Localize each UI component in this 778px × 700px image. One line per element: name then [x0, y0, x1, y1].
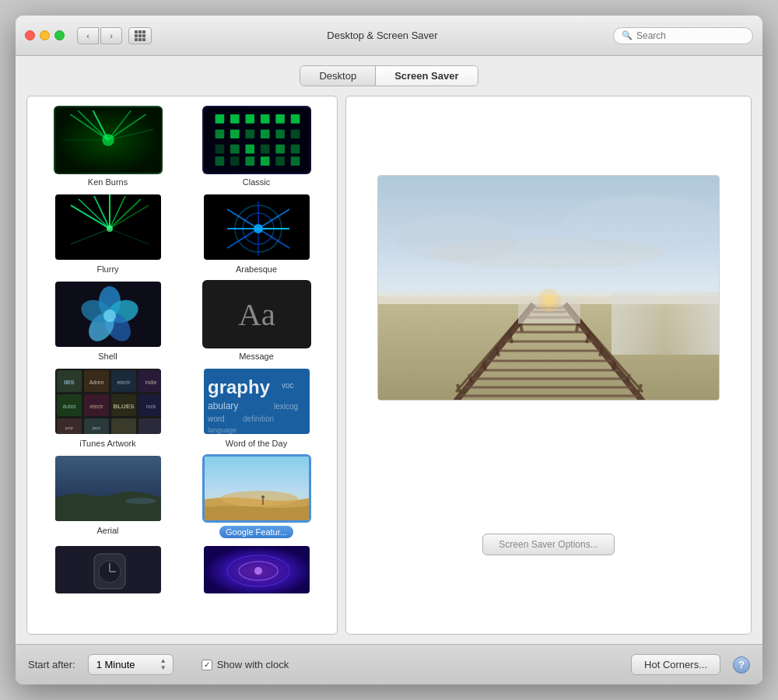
help-button[interactable]: ? [733, 656, 750, 674]
saver-label: Word of the Day [226, 439, 287, 448]
list-item[interactable]: Arabesque [185, 193, 328, 274]
svg-text:abulary: abulary [208, 401, 238, 411]
svg-line-149 [576, 324, 578, 331]
svg-text:IBS: IBS [64, 379, 75, 386]
list-item[interactable]: Aa Message [185, 280, 328, 361]
svg-rect-30 [245, 156, 254, 166]
saver-thumbnail [54, 454, 163, 523]
svg-text:BLUES: BLUES [113, 403, 135, 410]
svg-text:voc: voc [282, 381, 294, 390]
start-after-label: Start after: [28, 659, 75, 670]
svg-rect-33 [290, 156, 300, 166]
list-item[interactable] [37, 544, 179, 595]
svg-rect-88 [138, 418, 163, 436]
svg-point-117 [433, 238, 666, 269]
svg-rect-19 [260, 129, 269, 138]
svg-text:definition: definition [243, 415, 274, 423]
svg-rect-23 [230, 145, 240, 154]
list-item[interactable] [185, 544, 328, 595]
saver-thumbnail: IBS Adren electr indie dubst electr [54, 367, 163, 436]
list-item[interactable]: Classic [185, 106, 328, 187]
svg-text:graphy: graphy [208, 376, 271, 397]
arrow-down-icon: ▼ [160, 665, 166, 671]
start-after-value: 1 Minute [96, 659, 135, 670]
svg-text:electr: electr [117, 380, 131, 385]
saver-thumbnail [54, 193, 163, 261]
svg-rect-20 [275, 129, 285, 138]
search-box[interactable]: 🔍 [613, 27, 753, 44]
hot-corners-button[interactable]: Hot Corners... [631, 654, 720, 675]
grid-view-button[interactable] [128, 27, 152, 44]
tab-bar: Desktop Screen Saver [16, 56, 762, 86]
svg-text:rock: rock [145, 404, 156, 409]
svg-rect-10 [215, 114, 224, 124]
list-item[interactable]: Shell [37, 280, 179, 361]
svg-rect-21 [290, 129, 300, 138]
svg-text:indie: indie [145, 380, 156, 385]
show-clock-group: ✓ Show with clock [202, 659, 289, 670]
svg-rect-17 [230, 129, 240, 138]
forward-button[interactable]: › [100, 27, 122, 44]
svg-text:lexicog: lexicog [274, 402, 298, 411]
svg-rect-16 [215, 129, 224, 138]
svg-rect-125 [612, 292, 720, 355]
dropdown-arrows: ▲ ▼ [160, 658, 166, 671]
show-clock-label: Show with clock [217, 659, 289, 670]
svg-point-44 [107, 226, 113, 232]
back-button[interactable]: ‹ [77, 27, 99, 44]
left-panel[interactable]: Ken Burns [26, 96, 338, 635]
search-icon: 🔍 [622, 30, 633, 40]
list-item[interactable]: Google Featur... [185, 454, 328, 538]
main-window: ‹ › Desktop & Screen Saver 🔍 Desktop Scr… [16, 16, 762, 684]
window-title: Desktop & Screen Saver [158, 30, 607, 41]
svg-rect-32 [275, 156, 285, 166]
maximize-button[interactable] [54, 30, 65, 40]
svg-point-152 [543, 294, 555, 306]
close-button[interactable] [25, 30, 35, 40]
svg-point-103 [261, 495, 265, 499]
preview-image [377, 175, 720, 401]
svg-rect-87 [111, 418, 136, 436]
minimize-button[interactable] [40, 30, 50, 40]
content-area: Ken Burns [16, 86, 762, 644]
svg-rect-11 [230, 114, 240, 124]
saver-label: Shell [98, 352, 117, 361]
svg-rect-14 [275, 114, 285, 124]
grid-icon [135, 30, 145, 41]
tab-screen-saver[interactable]: Screen Saver [376, 66, 477, 86]
saver-thumbnail [202, 106, 311, 174]
svg-rect-27 [290, 145, 300, 154]
saver-grid: Ken Burns [33, 103, 331, 598]
saver-label: Classic [243, 177, 270, 187]
saver-thumbnail [54, 280, 163, 348]
screen-saver-options-button[interactable]: Screen Saver Options... [482, 534, 614, 555]
list-item[interactable]: graphy voc abulary lexicog word definiti… [185, 367, 328, 448]
svg-rect-15 [290, 114, 300, 124]
saver-thumbnail [202, 454, 311, 523]
svg-text:word: word [207, 415, 225, 423]
saver-label: Aerial [96, 526, 118, 535]
saver-label: Flurry [96, 264, 118, 274]
saver-label: iTunes Artwork [79, 439, 135, 448]
svg-rect-26 [275, 145, 285, 154]
svg-text:Adren: Adren [89, 380, 103, 385]
list-item[interactable]: IBS Adren electr indie dubst electr [37, 367, 179, 448]
saver-thumbnail: Aa [202, 280, 311, 348]
start-after-dropdown[interactable]: 1 Minute ▲ ▼ [88, 654, 173, 675]
tab-desktop[interactable]: Desktop [300, 66, 376, 86]
search-input[interactable] [636, 30, 745, 41]
svg-text:electr: electr [89, 404, 103, 409]
svg-rect-18 [245, 129, 254, 138]
list-item[interactable]: Flurry [37, 193, 179, 274]
saver-thumbnail [202, 193, 311, 261]
saver-label: Ken Burns [88, 177, 128, 187]
list-item[interactable]: Aerial [37, 454, 179, 538]
saver-label: Arabesque [236, 264, 277, 274]
show-clock-checkbox[interactable]: ✓ [202, 660, 212, 670]
svg-text:dubst: dubst [62, 404, 75, 409]
svg-rect-24 [245, 145, 254, 154]
tab-group: Desktop Screen Saver [300, 65, 478, 86]
svg-point-8 [102, 134, 114, 146]
traffic-lights [25, 30, 65, 40]
list-item[interactable]: Ken Burns [37, 106, 179, 187]
